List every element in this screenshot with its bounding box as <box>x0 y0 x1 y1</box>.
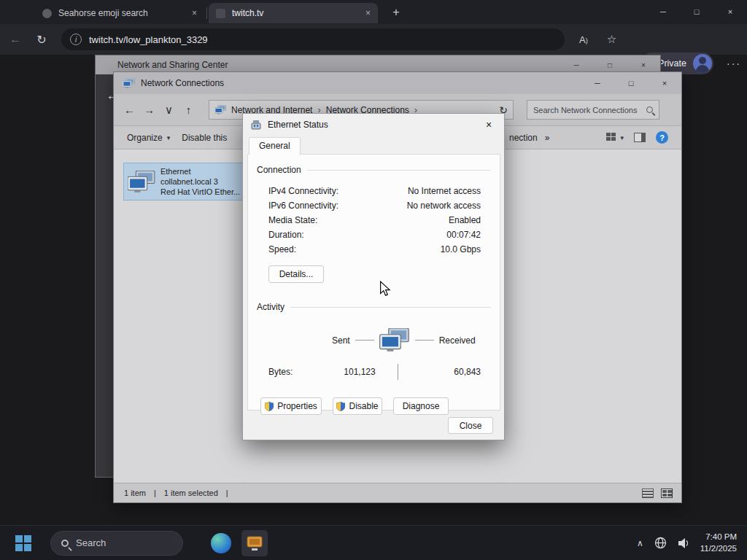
nc-titlebar[interactable]: Network Connections ─ □ × <box>114 72 681 94</box>
ethernet-status-dialog[interactable]: Ethernet Status × General Connection IPv… <box>242 113 505 440</box>
search-icon <box>61 540 69 547</box>
hidden-icons-chevron-icon[interactable]: ∧ <box>637 538 643 548</box>
ethernet-connection-item[interactable]: Ethernet collabnet.local 3 Red Hat VirtI… <box>123 163 244 201</box>
nav-forward-icon[interactable]: → <box>139 104 159 116</box>
connection-row: IPv6 Connectivity: No network access <box>268 198 481 213</box>
bytes-row: Bytes: 101,123 60,843 <box>268 364 481 380</box>
nav-back-icon[interactable]: ← <box>120 104 139 116</box>
help-icon[interactable]: ? <box>656 131 668 144</box>
sent-label: Sent <box>332 335 350 346</box>
tab-title: twitch.tv <box>232 8 361 18</box>
connection-device: Red Hat VirtIO Ether... <box>160 187 240 197</box>
sent-received-row: Sent Received <box>332 328 500 352</box>
command-fragment[interactable]: nection <box>509 133 538 143</box>
dialog-action-buttons: Properties Disable Diagnose <box>260 397 500 415</box>
system-tray: ∧ 7:40 PM 11/2/2025 <box>637 532 747 554</box>
nc-close-button[interactable]: × <box>648 72 681 94</box>
browser-minimize-button[interactable]: ─ <box>646 0 680 23</box>
conn-row-label: Duration: <box>268 230 304 240</box>
edge-browser-icon[interactable] <box>211 533 231 553</box>
statusbar-view-toggles <box>642 489 681 498</box>
start-button[interactable] <box>15 535 31 551</box>
browser-close-button[interactable]: × <box>713 0 747 23</box>
search-box[interactable] <box>527 100 659 120</box>
desktop-screen: Seahorse emoji search × twitch.tv × + ─ … <box>0 0 747 560</box>
close-button[interactable]: Close <box>448 417 493 434</box>
status-separator: | <box>226 489 228 497</box>
connection-domain: collabnet.local 3 <box>160 176 240 187</box>
conn-row-label: IPv4 Connectivity: <box>268 186 338 196</box>
organize-menu-button[interactable]: Organize ▾ <box>127 133 170 143</box>
group-divider <box>307 170 491 171</box>
nav-recent-dropdown-icon[interactable]: ∨ <box>159 104 179 117</box>
conn-row-value: No network access <box>407 201 481 211</box>
command-overflow-icon[interactable]: » <box>545 133 550 143</box>
tab-separator <box>206 7 207 19</box>
nc-window-controls: ─ □ × <box>581 72 681 94</box>
tab-close-icon[interactable]: × <box>365 8 371 18</box>
conn-row-value: No Internet access <box>408 186 481 196</box>
bytes-label: Bytes: <box>268 367 311 377</box>
details-button[interactable]: Details... <box>268 265 324 283</box>
clock-date: 11/2/2025 <box>700 543 737 555</box>
thumbnail-view-icon[interactable] <box>661 489 673 498</box>
disable-device-command[interactable]: Disable this <box>182 133 227 143</box>
tab-title: Seahorse emoji search <box>58 8 187 18</box>
general-tab-panel: Connection IPv4 Connectivity: No Interne… <box>247 154 500 411</box>
site-info-icon[interactable]: i <box>70 34 82 45</box>
browser-refresh-icon[interactable]: ↻ <box>32 33 51 47</box>
view-controls: ▾ ? <box>606 131 668 144</box>
tab-close-icon[interactable]: × <box>192 8 197 18</box>
favorites-star-icon[interactable]: ☆ <box>607 33 616 46</box>
volume-icon[interactable] <box>678 537 689 549</box>
browser-menu-icon[interactable]: ··· <box>727 58 741 69</box>
browser-window-controls: ─ □ × <box>646 0 747 23</box>
taskbar-clock[interactable]: 7:40 PM 11/2/2025 <box>700 532 737 554</box>
conn-row-label: Media State: <box>268 215 317 225</box>
nc-status-bar: 1 item | 1 item selected | <box>114 483 681 502</box>
nav-up-icon[interactable]: ↑ <box>179 104 198 116</box>
change-view-button[interactable]: ▾ <box>606 133 624 142</box>
connection-row: Speed: 10.0 Gbps <box>268 242 481 257</box>
browser-maximize-button[interactable]: □ <box>680 0 713 23</box>
dialog-titlebar[interactable]: Ethernet Status × <box>243 114 504 136</box>
computer-activity-icon <box>379 328 410 352</box>
taskbar-search-box[interactable]: Search <box>50 531 183 556</box>
url-bar[interactable]: i twitch.tv/low_plankton_3329 <box>61 28 565 50</box>
network-connections-app-icon[interactable] <box>241 530 268 556</box>
network-globe-icon[interactable] <box>654 537 667 549</box>
conn-row-label: IPv6 Connectivity: <box>268 201 338 211</box>
tab-favicon-icon <box>42 9 52 18</box>
tab-general[interactable]: General <box>249 137 301 155</box>
url-text: twitch.tv/low_plankton_3329 <box>89 34 208 45</box>
search-input[interactable] <box>533 106 642 114</box>
browser-tab-seahorse[interactable]: Seahorse emoji search × <box>35 3 204 23</box>
browser-back-icon[interactable]: ← <box>6 33 25 46</box>
connection-row: Media State: Enabled <box>268 213 481 228</box>
conn-row-value: Enabled <box>449 215 481 225</box>
conn-row-value: 00:07:42 <box>446 230 481 240</box>
diagnose-button[interactable]: Diagnose <box>393 397 449 415</box>
connection-group-header: Connection <box>257 165 491 175</box>
dialog-title: Ethernet Status <box>268 120 328 130</box>
nc-window-icon <box>123 78 135 88</box>
properties-button[interactable]: Properties <box>260 397 322 415</box>
dialog-close-icon[interactable]: × <box>473 114 504 136</box>
new-tab-button[interactable]: + <box>389 5 403 20</box>
browser-tab-twitch[interactable]: twitch.tv × <box>209 3 378 23</box>
search-icon[interactable] <box>646 106 653 113</box>
activity-connector-line <box>355 340 374 341</box>
connection-item-texts: Ethernet collabnet.local 3 Red Hat VirtI… <box>160 166 240 198</box>
network-app-icon <box>246 535 263 551</box>
conn-row-label: Speed: <box>268 244 296 254</box>
profile-avatar[interactable] <box>693 54 712 73</box>
preview-pane-icon[interactable] <box>634 133 646 142</box>
nc-maximize-button[interactable]: □ <box>614 72 648 94</box>
nsc-window-title: Network and Sharing Center <box>117 60 228 70</box>
nc-minimize-button[interactable]: ─ <box>581 72 614 94</box>
disable-button[interactable]: Disable <box>333 397 382 415</box>
activity-group-header: Activity <box>257 302 491 312</box>
details-view-icon[interactable] <box>642 489 654 498</box>
read-aloud-icon[interactable]: A) <box>579 34 588 45</box>
chevron-down-icon: ▾ <box>620 134 624 141</box>
